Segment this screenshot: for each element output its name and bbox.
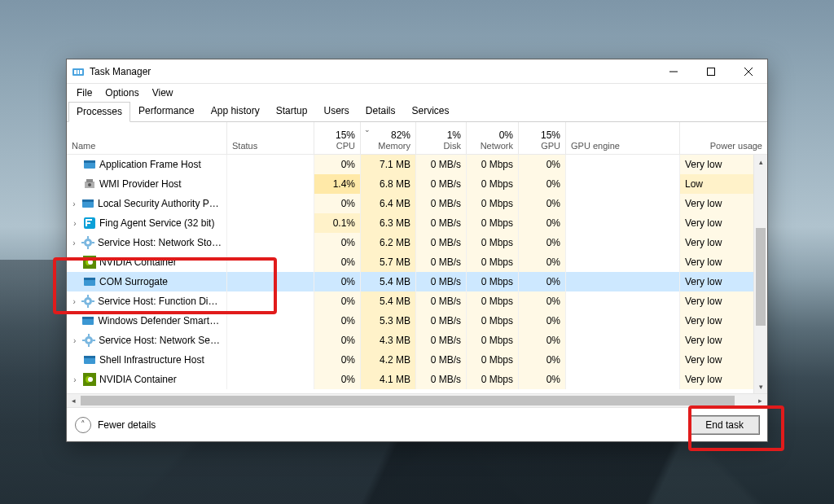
cell-cpu: 0.1% [314, 213, 361, 233]
end-task-button[interactable]: End task [690, 416, 759, 434]
cell-memory: 5.3 MB [361, 311, 416, 331]
process-name: Service Host: Network Store Inte... [98, 237, 222, 248]
tab-performance[interactable]: Performance [130, 101, 203, 121]
tab-processes[interactable]: Processes [68, 102, 130, 122]
scroll-up-icon[interactable]: ▴ [754, 155, 767, 169]
cell-disk: 0 MB/s [416, 291, 467, 311]
table-row[interactable]: ›NVIDIA Container0%4.1 MB0 MB/s0 Mbps0%V… [67, 370, 767, 389]
table-row[interactable]: Windows Defender SmartScreen0%5.3 MB0 MB… [67, 311, 767, 331]
expand-icon[interactable]: › [70, 239, 78, 248]
svg-point-17 [86, 241, 90, 244]
header-gpu-engine[interactable]: GPU engine [566, 122, 680, 154]
svg-rect-14 [82, 199, 94, 202]
expand-icon[interactable]: › [70, 297, 78, 306]
cell-status [227, 233, 314, 252]
cell-memory: 5.4 MB [361, 291, 416, 311]
fewer-details-button[interactable]: ˄ Fewer details [75, 417, 156, 433]
vertical-scrollbar[interactable]: ▴ ▾ [753, 155, 767, 393]
table-row[interactable]: ›Fing Agent Service (32 bit)0.1%6.3 MB0 … [67, 213, 767, 233]
hscroll-thumb[interactable] [81, 396, 735, 405]
tab-app-history[interactable]: App history [203, 101, 268, 121]
process-name: Service Host: Function Discover... [98, 296, 222, 307]
table-row[interactable]: ›Service Host: Network Service0%4.3 MB0 … [67, 331, 767, 350]
header-status[interactable]: Status [227, 122, 314, 154]
cell-cpu: 0% [314, 331, 361, 350]
cell-disk: 0 MB/s [416, 155, 467, 174]
expand-icon[interactable]: › [70, 199, 78, 208]
scroll-thumb[interactable] [756, 228, 766, 326]
cell-cpu: 0% [314, 311, 361, 331]
tabbar: Processes Performance App history Startu… [67, 101, 767, 122]
cell-gpu-engine [566, 311, 680, 331]
cell-status [227, 213, 314, 233]
tab-services[interactable]: Services [404, 101, 458, 121]
cell-cpu: 0% [314, 252, 361, 272]
cell-status [227, 350, 314, 370]
table-row[interactable]: COM Surrogate0%5.4 MB0 MB/s0 Mbps0%Very … [67, 272, 767, 291]
cell-status [227, 272, 314, 291]
process-name: Shell Infrastructure Host [99, 354, 204, 366]
process-icon [83, 177, 96, 191]
header-memory[interactable]: ⌄82%Memory [361, 122, 416, 154]
expand-icon[interactable]: › [70, 219, 80, 228]
table-row[interactable]: Shell Infrastructure Host0%4.2 MB0 MB/s0… [67, 350, 767, 370]
cell-memory: 6.4 MB [361, 194, 416, 213]
cell-gpu: 0% [519, 155, 566, 174]
tab-details[interactable]: Details [358, 101, 404, 121]
menu-options[interactable]: Options [100, 85, 143, 100]
header-power-usage[interactable]: Power usage [680, 122, 767, 154]
table-row[interactable]: WMI Provider Host1.4%6.8 MB0 MB/s0 Mbps0… [67, 174, 767, 194]
cell-cpu: 0% [314, 194, 361, 213]
titlebar[interactable]: Task Manager [67, 59, 767, 84]
expand-icon[interactable]: › [70, 375, 80, 384]
process-name: COM Surrogate [99, 276, 168, 287]
cell-status [227, 252, 314, 272]
header-disk[interactable]: 1%Disk [416, 122, 467, 154]
svg-point-12 [88, 183, 91, 186]
minimize-button[interactable] [655, 59, 692, 84]
cell-gpu-engine [566, 233, 680, 252]
scroll-left-icon[interactable]: ◂ [67, 394, 81, 407]
scroll-right-icon[interactable]: ▸ [753, 394, 767, 407]
cell-memory: 5.7 MB [361, 252, 416, 272]
cell-status [227, 370, 314, 389]
header-name[interactable]: Name [67, 122, 227, 154]
expand-icon[interactable]: › [70, 336, 79, 345]
cell-cpu: 0% [314, 155, 361, 174]
cell-cpu: 0% [314, 370, 361, 389]
chevron-up-icon: ˄ [75, 417, 91, 433]
close-button[interactable] [730, 59, 767, 84]
process-list: Application Frame Host0%7.1 MB0 MB/s0 Mb… [67, 155, 767, 393]
table-row[interactable]: ›Service Host: Function Discover...0%5.4… [67, 291, 767, 311]
process-icon [82, 334, 95, 347]
cell-disk: 0 MB/s [416, 350, 467, 370]
cell-status [227, 331, 314, 350]
table-row[interactable]: NVIDIA Container0%5.7 MB0 MB/s0 Mbps0%Ve… [67, 252, 767, 272]
tab-users[interactable]: Users [315, 101, 357, 121]
process-name: NVIDIA Container [99, 374, 177, 385]
menu-view[interactable]: View [147, 85, 178, 100]
process-icon [81, 236, 94, 249]
horizontal-scrollbar[interactable]: ◂ ▸ [67, 393, 767, 407]
header-cpu[interactable]: 15%CPU [314, 122, 361, 154]
svg-rect-25 [84, 278, 95, 280]
menu-file[interactable]: File [72, 85, 97, 100]
header-network[interactable]: 0%Network [467, 122, 519, 154]
cell-memory: 6.3 MB [361, 213, 416, 233]
cell-disk: 0 MB/s [416, 272, 467, 291]
table-row[interactable]: Application Frame Host0%7.1 MB0 MB/s0 Mb… [67, 155, 767, 174]
footer: ˄ Fewer details End task [67, 407, 767, 441]
maximize-button[interactable] [692, 59, 730, 84]
table-row[interactable]: ›Service Host: Network Store Inte...0%6.… [67, 233, 767, 252]
process-icon [81, 295, 94, 308]
scroll-down-icon[interactable]: ▾ [754, 379, 767, 393]
header-gpu[interactable]: 15%GPU [519, 122, 566, 154]
cell-gpu: 0% [519, 311, 566, 331]
column-headers: Name Status 15%CPU ⌄82%Memory 1%Disk 0%N… [67, 122, 767, 155]
table-row[interactable]: ›Local Security Authority Process...0%6.… [67, 194, 767, 213]
svg-rect-11 [86, 179, 93, 182]
tab-startup[interactable]: Startup [268, 101, 316, 121]
cell-network: 0 Mbps [467, 252, 519, 272]
svg-rect-5 [708, 68, 715, 75]
cell-network: 0 Mbps [467, 331, 519, 350]
